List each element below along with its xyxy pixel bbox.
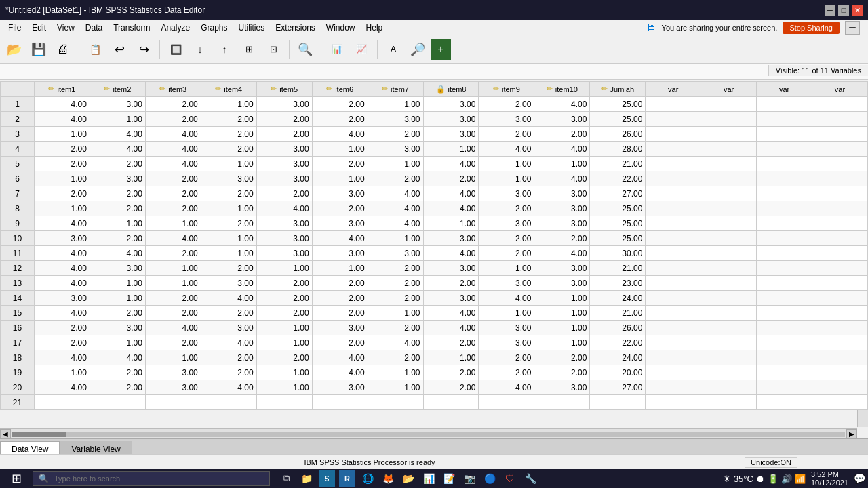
data-cell[interactable]: 1.00 bbox=[34, 171, 90, 186]
data-cell[interactable]: 2.00 bbox=[34, 186, 90, 201]
data-cell[interactable]: 2.00 bbox=[34, 142, 90, 157]
empty-var-cell[interactable] bbox=[812, 261, 867, 276]
empty-var-cell[interactable] bbox=[701, 336, 757, 350]
empty-var-cell[interactable] bbox=[812, 276, 867, 291]
data-cell[interactable]: 3.00 bbox=[256, 157, 312, 171]
data-cell[interactable]: 4.00 bbox=[201, 380, 256, 395]
row-num-cell[interactable]: 3 bbox=[1, 127, 35, 142]
word-icon[interactable]: 📝 bbox=[441, 470, 457, 487]
data-cell[interactable]: 2.00 bbox=[368, 276, 423, 291]
data-cell[interactable]: 2.00 bbox=[145, 97, 201, 112]
data-cell[interactable]: 3.00 bbox=[368, 142, 423, 157]
browser-icon2[interactable]: 🔵 bbox=[481, 470, 498, 487]
data-cell[interactable]: 2.00 bbox=[256, 306, 312, 321]
data-cell[interactable]: 4.00 bbox=[145, 142, 201, 157]
data-cell[interactable]: 28.00 bbox=[590, 142, 646, 157]
data-cell[interactable]: 2.00 bbox=[534, 350, 590, 365]
menu-utilities[interactable]: Utilities bbox=[233, 22, 270, 34]
data-cell[interactable]: 1.00 bbox=[534, 336, 590, 350]
data-cell[interactable]: 2.00 bbox=[256, 350, 312, 365]
menu-window[interactable]: Window bbox=[321, 22, 361, 34]
empty-var-cell[interactable] bbox=[701, 186, 757, 201]
data-cell[interactable]: 4.00 bbox=[145, 321, 201, 336]
data-cell[interactable]: 25.00 bbox=[590, 216, 646, 231]
data-cell[interactable] bbox=[312, 395, 368, 410]
data-cell[interactable]: 2.00 bbox=[479, 127, 534, 142]
empty-var-cell[interactable] bbox=[812, 336, 867, 350]
empty-var-cell[interactable] bbox=[757, 261, 812, 276]
empty-var-cell[interactable] bbox=[701, 231, 757, 246]
col-header-item7[interactable]: ✏item7 bbox=[368, 82, 423, 97]
data-cell[interactable]: 2.00 bbox=[479, 350, 534, 365]
data-cell[interactable]: 2.00 bbox=[423, 276, 479, 291]
empty-var-cell[interactable] bbox=[701, 157, 757, 171]
empty-var-cell[interactable] bbox=[757, 201, 812, 216]
row-num-cell[interactable]: 13 bbox=[1, 276, 35, 291]
data-cell[interactable]: 4.00 bbox=[90, 246, 145, 261]
data-cell[interactable]: 1.00 bbox=[90, 112, 145, 127]
data-cell[interactable]: 3.00 bbox=[423, 231, 479, 246]
data-cell[interactable]: 1.00 bbox=[534, 306, 590, 321]
data-cell[interactable]: 25.00 bbox=[590, 112, 646, 127]
row-num-cell[interactable]: 1 bbox=[1, 97, 35, 112]
row-num-cell[interactable]: 10 bbox=[1, 231, 35, 246]
data-cell[interactable]: 4.00 bbox=[34, 276, 90, 291]
find-button[interactable]: 🔍 bbox=[294, 38, 317, 61]
row-num-cell[interactable]: 9 bbox=[1, 216, 35, 231]
data-cell[interactable]: 1.00 bbox=[201, 201, 256, 216]
empty-var-cell[interactable] bbox=[757, 127, 812, 142]
folder-icon[interactable]: 📂 bbox=[400, 470, 416, 487]
data-cell[interactable]: 4.00 bbox=[423, 157, 479, 171]
menu-analyze[interactable]: Analyze bbox=[155, 22, 195, 34]
data-cell[interactable]: 2.00 bbox=[312, 291, 368, 306]
data-cell[interactable]: 3.00 bbox=[423, 97, 479, 112]
data-cell[interactable]: 2.00 bbox=[201, 112, 256, 127]
empty-var-cell[interactable] bbox=[701, 321, 757, 336]
data-cell[interactable]: 4.00 bbox=[34, 380, 90, 395]
data-cell[interactable]: 4.00 bbox=[423, 321, 479, 336]
h-scroll-thumb[interactable] bbox=[12, 432, 66, 437]
data-cell[interactable]: 25.00 bbox=[590, 231, 646, 246]
data-cell[interactable]: 24.00 bbox=[590, 291, 646, 306]
redo-button[interactable]: ↪ bbox=[132, 38, 155, 61]
data-cell[interactable]: 2.00 bbox=[90, 186, 145, 201]
col-header-item9[interactable]: ✏item9 bbox=[479, 82, 534, 97]
empty-var-cell[interactable] bbox=[812, 216, 867, 231]
col-header-item5[interactable]: ✏item5 bbox=[256, 82, 312, 97]
value-labels-button[interactable]: 📊 bbox=[326, 38, 349, 61]
data-cell[interactable]: 1.00 bbox=[256, 336, 312, 350]
data-cell[interactable]: 2.00 bbox=[312, 201, 368, 216]
data-cell[interactable]: 1.00 bbox=[423, 350, 479, 365]
data-cell[interactable]: 3.00 bbox=[479, 336, 534, 350]
data-cell[interactable]: 3.00 bbox=[534, 186, 590, 201]
row-num-cell[interactable]: 2 bbox=[1, 112, 35, 127]
data-cell[interactable]: 4.00 bbox=[479, 380, 534, 395]
taskbar-search[interactable]: 🔍 bbox=[33, 471, 270, 486]
col-header-item6[interactable]: ✏item6 bbox=[312, 82, 368, 97]
data-cell[interactable]: 3.00 bbox=[423, 127, 479, 142]
empty-var-cell[interactable] bbox=[646, 350, 701, 365]
data-cell[interactable]: 2.00 bbox=[145, 336, 201, 350]
data-cell[interactable]: 2.00 bbox=[479, 97, 534, 112]
data-cell[interactable]: 3.00 bbox=[312, 321, 368, 336]
undo-button[interactable]: ↩ bbox=[108, 38, 131, 61]
data-cell[interactable]: 1.00 bbox=[90, 336, 145, 350]
zoom-button[interactable]: 🔎 bbox=[406, 38, 429, 61]
data-cell[interactable]: 4.00 bbox=[34, 112, 90, 127]
empty-var-cell[interactable] bbox=[812, 350, 867, 365]
data-cell[interactable]: 1.00 bbox=[90, 276, 145, 291]
data-cell[interactable]: 4.00 bbox=[34, 306, 90, 321]
empty-var-cell[interactable] bbox=[812, 231, 867, 246]
data-cell[interactable]: 2.00 bbox=[34, 321, 90, 336]
data-cell[interactable]: 1.00 bbox=[145, 261, 201, 276]
data-cell[interactable]: 4.00 bbox=[34, 246, 90, 261]
empty-var-cell[interactable] bbox=[646, 261, 701, 276]
data-cell[interactable]: 4.00 bbox=[312, 231, 368, 246]
data-cell[interactable]: 3.00 bbox=[534, 276, 590, 291]
data-cell[interactable]: 3.00 bbox=[256, 142, 312, 157]
col-header-item3[interactable]: ✏item3 bbox=[145, 82, 201, 97]
open-button[interactable]: 📂 bbox=[3, 38, 26, 61]
data-cell[interactable]: 3.00 bbox=[201, 276, 256, 291]
data-cell[interactable]: 2.00 bbox=[312, 157, 368, 171]
empty-var-cell[interactable] bbox=[812, 291, 867, 306]
